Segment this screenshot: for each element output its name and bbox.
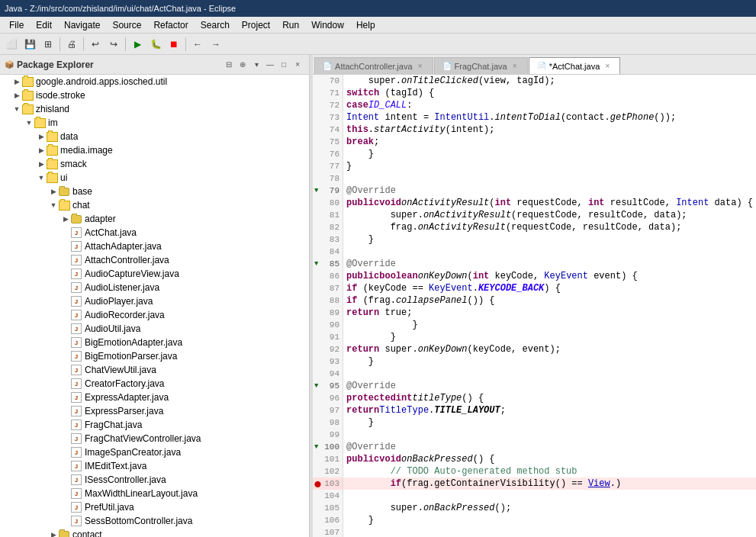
code-line-81[interactable]: super.onActivityResult(requestCode, resu… bbox=[343, 209, 756, 221]
tree-item-AudioPlayer[interactable]: JAudioPlayer.java bbox=[0, 294, 309, 308]
code-line-95[interactable]: @Override bbox=[343, 380, 756, 392]
code-line-79[interactable]: @Override bbox=[343, 185, 756, 197]
tree-item-SessBottomController[interactable]: JSessBottomController.java bbox=[0, 514, 309, 528]
tree-item-CreatorFactory[interactable]: JCreatorFactory.java bbox=[0, 377, 309, 391]
tree-item-google[interactable]: ▶google.android.apps.iosched.util bbox=[0, 75, 309, 88]
code-line-80[interactable]: public void onActivityResult(int request… bbox=[343, 197, 756, 209]
code-line-70[interactable]: super.onTitleClicked(view, tagId); bbox=[343, 75, 756, 87]
code-line-85[interactable]: @Override bbox=[343, 258, 756, 270]
toolbar-save-all[interactable]: ⊞ bbox=[40, 36, 56, 53]
tree-item-ActChat[interactable]: JActChat.java bbox=[0, 226, 309, 240]
tree-item-AudioUtil[interactable]: JAudioUtil.java bbox=[0, 322, 309, 336]
tree-item-media[interactable]: ▶media.image bbox=[0, 143, 309, 157]
pe-link-editor[interactable]: ⊕ bbox=[236, 58, 249, 72]
code-line-98[interactable]: } bbox=[343, 416, 756, 429]
tree-item-AudioListener[interactable]: JAudioListener.java bbox=[0, 281, 309, 294]
toolbar-undo[interactable]: ↩ bbox=[87, 36, 104, 53]
code-line-86[interactable]: public boolean onKeyDown(int keyCode, Ke… bbox=[343, 270, 756, 282]
code-line-96[interactable]: protected int titleType() { bbox=[343, 392, 756, 404]
toolbar-print[interactable]: 🖨 bbox=[63, 36, 80, 53]
tree-item-AttachAdapter[interactable]: JAttachAdapter.java bbox=[0, 240, 309, 253]
tree-item-chat[interactable]: ▼chat bbox=[0, 198, 309, 212]
code-line-71[interactable]: switch (tagId) { bbox=[343, 87, 756, 99]
tree-item-ExpressParser[interactable]: JExpressParser.java bbox=[0, 404, 309, 418]
code-line-101[interactable]: public void onBackPressed() { bbox=[343, 453, 756, 465]
code-line-106[interactable]: } bbox=[343, 514, 756, 526]
code-line-93[interactable]: } bbox=[343, 355, 756, 368]
code-line-105[interactable]: super.onBackPressed(); bbox=[343, 502, 756, 514]
tree-item-BigEmotionAdapter[interactable]: JBigEmotionAdapter.java bbox=[0, 336, 309, 349]
code-line-107[interactable] bbox=[343, 526, 756, 537]
menu-file[interactable]: File bbox=[3, 18, 30, 32]
code-editor[interactable]: 707172737475767778▼798081828384▼85868788… bbox=[313, 75, 756, 537]
tree-item-PrefUtil[interactable]: JPrefUtil.java bbox=[0, 500, 309, 514]
tree-item-ui[interactable]: ▼ui bbox=[0, 171, 309, 185]
toolbar-prev[interactable]: ← bbox=[189, 36, 206, 53]
menu-window[interactable]: Window bbox=[305, 18, 350, 32]
toolbar-debug[interactable]: 🐛 bbox=[147, 36, 164, 53]
tree-item-ImageSpanCreator[interactable]: JImageSpanCreator.java bbox=[0, 445, 309, 459]
tree-item-ISessController[interactable]: JISessController.java bbox=[0, 473, 309, 487]
menu-help[interactable]: Help bbox=[350, 18, 381, 32]
code-line-104[interactable] bbox=[343, 490, 756, 502]
tree-item-MaxWidthLinearLayout[interactable]: JMaxWidthLinearLayout.java bbox=[0, 487, 309, 500]
toolbar-save[interactable]: 💾 bbox=[21, 36, 38, 53]
pe-tree[interactable]: ▶google.android.apps.iosched.util▶isode.… bbox=[0, 75, 309, 537]
tree-item-FragChat[interactable]: JFragChat.java bbox=[0, 418, 309, 432]
tree-item-iscode[interactable]: ▶isode.stroke bbox=[0, 88, 309, 102]
code-line-94[interactable] bbox=[343, 368, 756, 380]
toolbar-redo[interactable]: ↪ bbox=[105, 36, 122, 53]
tab-act-chat[interactable]: 📄 *ActChat.java × bbox=[529, 57, 621, 74]
code-line-91[interactable]: } bbox=[343, 331, 756, 343]
code-line-102[interactable]: // TODO Auto-generated method stub bbox=[343, 465, 756, 478]
pe-close[interactable]: × bbox=[291, 58, 304, 72]
code-line-82[interactable]: frag.onActivityResult(requestCode, resul… bbox=[343, 221, 756, 233]
menu-refactor[interactable]: Refactor bbox=[147, 18, 194, 32]
toolbar-new[interactable]: ⬜ bbox=[3, 36, 20, 53]
code-line-92[interactable]: return super.onKeyDown(keyCode, event); bbox=[343, 343, 756, 355]
tree-item-AudioCaptureView[interactable]: JAudioCaptureView.java bbox=[0, 267, 309, 281]
code-line-84[interactable] bbox=[343, 246, 756, 258]
tab-frag-close[interactable]: × bbox=[510, 62, 520, 71]
pe-maximize[interactable]: □ bbox=[277, 58, 291, 72]
tree-item-im[interactable]: ▼im bbox=[0, 116, 309, 130]
menu-run[interactable]: Run bbox=[276, 18, 305, 32]
code-line-75[interactable]: break; bbox=[343, 136, 756, 148]
pe-view-menu[interactable]: ▾ bbox=[249, 58, 263, 72]
tree-item-smack[interactable]: ▶smack bbox=[0, 157, 309, 171]
menu-edit[interactable]: Edit bbox=[30, 18, 58, 32]
code-line-78[interactable] bbox=[343, 172, 756, 185]
tree-item-contact_partial[interactable]: ▶contact bbox=[0, 528, 309, 537]
pe-minimize[interactable]: — bbox=[263, 58, 277, 72]
tree-item-BigEmotionParser[interactable]: JBigEmotionParser.java bbox=[0, 349, 309, 363]
tree-item-AttachController[interactable]: JAttachController.java bbox=[0, 253, 309, 267]
code-line-73[interactable]: Intent intent = IntentUtil.intentToDial(… bbox=[343, 111, 756, 124]
code-line-87[interactable]: if (keyCode == KeyEvent.KEYCODE_BACK) { bbox=[343, 282, 756, 294]
code-line-76[interactable]: } bbox=[343, 148, 756, 160]
toolbar-run[interactable]: ▶ bbox=[129, 36, 146, 53]
tree-item-IMEditText[interactable]: JIMEditText.java bbox=[0, 459, 309, 473]
tree-item-AudioRecorder[interactable]: JAudioRecorder.java bbox=[0, 308, 309, 322]
code-line-100[interactable]: @Override bbox=[343, 441, 756, 453]
tree-item-ExpressAdapter[interactable]: JExpressAdapter.java bbox=[0, 391, 309, 404]
code-line-72[interactable]: case ID_CALL: bbox=[343, 99, 756, 111]
toolbar-next[interactable]: → bbox=[207, 36, 224, 53]
menu-search[interactable]: Search bbox=[195, 18, 236, 32]
tab-act-close[interactable]: × bbox=[603, 62, 612, 71]
code-line-103[interactable]: if(frag.getContainerVisibility() == View… bbox=[343, 478, 756, 490]
menu-source[interactable]: Source bbox=[106, 18, 147, 32]
code-line-99[interactable] bbox=[343, 429, 756, 441]
code-line-90[interactable]: } bbox=[343, 319, 756, 331]
tree-item-data[interactable]: ▶data bbox=[0, 130, 309, 143]
code-line-88[interactable]: if (frag.collapsePanel()) { bbox=[343, 294, 756, 307]
menu-navigate[interactable]: Navigate bbox=[58, 18, 106, 32]
pe-collapse-all[interactable]: ⊟ bbox=[222, 58, 236, 72]
code-line-77[interactable]: } bbox=[343, 160, 756, 172]
tree-item-adapter[interactable]: ▶adapter bbox=[0, 212, 309, 226]
menu-project[interactable]: Project bbox=[236, 18, 276, 32]
tree-item-ChatViewUtil[interactable]: JChatViewUtil.java bbox=[0, 363, 309, 377]
code-line-74[interactable]: this.startActivity(intent); bbox=[343, 124, 756, 136]
tree-item-FragChatViewController[interactable]: JFragChatViewController.java bbox=[0, 432, 309, 445]
code-line-83[interactable]: } bbox=[343, 233, 756, 246]
code-line-97[interactable]: return TitleType.TITLE_LAYOUT; bbox=[343, 404, 756, 416]
